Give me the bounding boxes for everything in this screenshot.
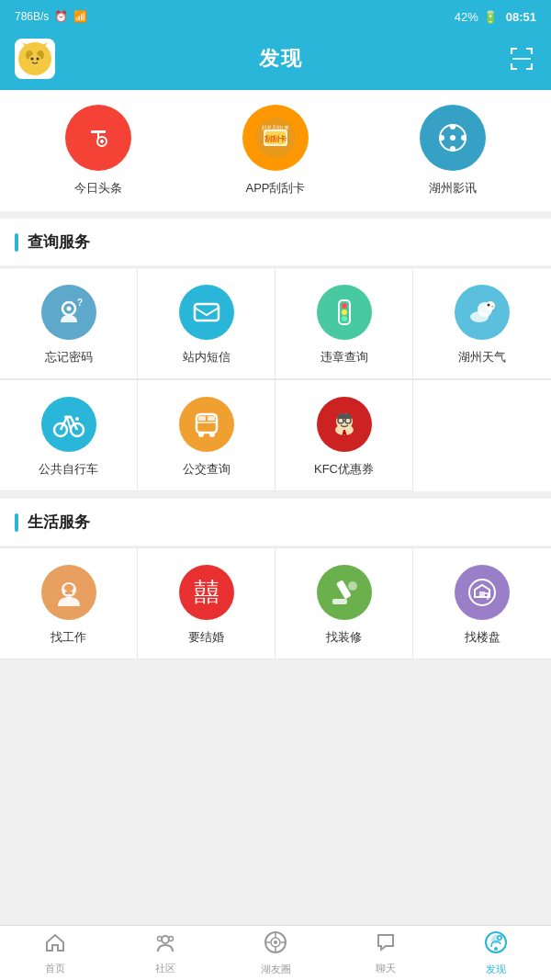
svg-rect-13 xyxy=(511,63,512,70)
svg-rect-61 xyxy=(332,599,347,604)
query-section: ? 忘记密码 站内短信 xyxy=(0,267,551,491)
app-logo xyxy=(15,39,55,79)
svg-point-66 xyxy=(162,936,169,943)
life-section-title: 生活服务 xyxy=(28,512,90,533)
job-label: 找工作 xyxy=(51,629,86,646)
service-estate[interactable]: 找楼盘 xyxy=(413,548,551,659)
svg-rect-58 xyxy=(65,591,73,594)
query-grid-row1: ? 忘记密码 站内短信 xyxy=(0,267,551,379)
community-icon xyxy=(154,931,176,959)
svg-point-5 xyxy=(37,58,39,61)
service-wedding[interactable]: 囍 要结婚 xyxy=(138,548,276,659)
discover-icon xyxy=(484,930,508,960)
svg-rect-9 xyxy=(511,48,512,54)
svg-rect-15 xyxy=(531,63,533,70)
svg-point-38 xyxy=(342,316,347,321)
svg-point-49 xyxy=(209,432,215,437)
kfc-icon xyxy=(317,397,372,452)
scratch-icon: 刮刮卡 好礼刮出来 xyxy=(242,105,309,171)
svg-rect-64 xyxy=(479,591,485,597)
svg-rect-11 xyxy=(531,48,533,54)
service-bus[interactable]: 公交查询 xyxy=(138,380,276,491)
nav-community[interactable]: 社区 xyxy=(110,926,220,980)
svg-point-28 xyxy=(450,146,455,152)
service-decoration[interactable]: 找装修 xyxy=(276,548,413,659)
svg-point-43 xyxy=(54,423,67,436)
featured-item-scratch[interactable]: 刮刮卡 好礼刮出来 APP刮刮卡 xyxy=(220,105,331,197)
featured-grid: 今日头条 刮刮卡 好礼刮出来 APP刮刮卡 xyxy=(0,105,551,197)
featured-item-toutiao[interactable]: 今日头条 xyxy=(43,105,153,197)
status-icons: 42% 🔋 08:51 xyxy=(455,10,536,24)
svg-rect-34 xyxy=(195,304,219,321)
svg-rect-47 xyxy=(197,422,217,423)
nav-home-label: 首页 xyxy=(45,962,65,975)
service-kfc[interactable]: KFC优惠券 xyxy=(276,380,413,491)
featured-item-movie[interactable]: 湖州影讯 xyxy=(398,105,508,197)
svg-point-75 xyxy=(499,936,501,939)
scan-icon xyxy=(509,46,534,72)
svg-point-26 xyxy=(450,135,455,141)
decoration-icon xyxy=(317,565,372,620)
svg-point-48 xyxy=(198,432,204,437)
movie-label: 湖州影讯 xyxy=(429,180,477,197)
movie-icon xyxy=(420,105,486,171)
svg-point-76 xyxy=(494,947,498,951)
bus-label: 公交查询 xyxy=(183,461,231,478)
svg-point-36 xyxy=(342,303,347,309)
nav-huyouquan[interactable]: 湖友圈 xyxy=(220,926,331,980)
nav-huyouquan-label: 湖友圈 xyxy=(261,963,291,976)
sms-icon xyxy=(179,285,234,340)
svg-point-42 xyxy=(488,304,490,307)
nav-home[interactable]: 首页 xyxy=(0,926,110,980)
svg-point-67 xyxy=(158,936,163,941)
scan-button[interactable] xyxy=(507,44,536,73)
logo-icon xyxy=(17,40,53,77)
service-weather[interactable]: 湖州天气 xyxy=(413,268,551,379)
svg-text:囍: 囍 xyxy=(194,578,219,606)
status-speed: 786B/s ⏰ 📶 xyxy=(15,10,447,23)
svg-point-3 xyxy=(28,54,41,67)
service-password[interactable]: ? 忘记密码 xyxy=(0,268,138,379)
svg-point-41 xyxy=(470,311,489,322)
svg-rect-50 xyxy=(198,416,206,421)
chat-icon xyxy=(375,931,397,959)
bottom-nav: 首页 社区 湖友圈 xyxy=(0,925,551,980)
svg-rect-57 xyxy=(64,584,73,591)
scratch-label: APP刮刮卡 xyxy=(245,180,305,197)
svg-point-71 xyxy=(274,941,277,944)
app-header: 发现 xyxy=(0,33,551,84)
sms-label: 站内短信 xyxy=(183,349,231,366)
life-section: 找工作 囍 要结婚 xyxy=(0,547,551,659)
life-section-bar xyxy=(15,513,18,532)
bike-label: 公共自行车 xyxy=(39,461,98,478)
job-icon xyxy=(41,565,96,620)
service-job[interactable]: 找工作 xyxy=(0,548,138,659)
query-section-title: 查询服务 xyxy=(28,231,90,253)
svg-point-30 xyxy=(461,135,467,141)
svg-point-65 xyxy=(487,598,489,600)
toutiao-icon xyxy=(65,105,131,171)
svg-text:刮刮卡: 刮刮卡 xyxy=(264,134,287,143)
weather-label: 湖州天气 xyxy=(458,349,506,366)
kfc-label: KFC优惠券 xyxy=(314,461,374,478)
bus-icon xyxy=(179,397,234,452)
nav-discover[interactable]: 发现 xyxy=(441,926,551,980)
query-section-header: 查询服务 xyxy=(0,219,551,265)
toutiao-label: 今日头条 xyxy=(74,180,122,197)
traffic-label: 违章查询 xyxy=(320,349,368,366)
nav-chat[interactable]: 聊天 xyxy=(331,926,441,980)
query-grid-row2: 公共自行车 公交查询 xyxy=(0,379,551,491)
wedding-icon: 囍 xyxy=(179,565,234,620)
bike-icon xyxy=(41,397,96,452)
page-title: 发现 xyxy=(259,45,303,73)
svg-rect-60 xyxy=(335,580,351,599)
estate-label: 找楼盘 xyxy=(465,629,500,646)
svg-point-62 xyxy=(348,581,357,591)
huyouquan-icon xyxy=(264,930,287,960)
service-sms[interactable]: 站内短信 xyxy=(138,268,276,379)
service-traffic[interactable]: 违章查询 xyxy=(276,268,413,379)
svg-text:好礼刮出来: 好礼刮出来 xyxy=(262,124,289,130)
wedding-label: 要结婚 xyxy=(188,629,224,646)
service-bike[interactable]: 公共自行车 xyxy=(0,380,138,491)
svg-point-45 xyxy=(75,417,79,421)
